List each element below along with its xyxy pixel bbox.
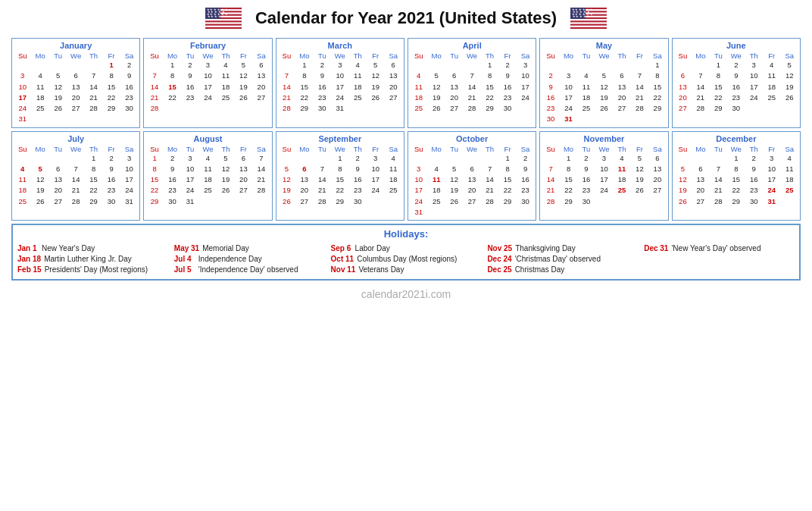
cal-day: 10 (331, 71, 348, 81)
cal-day: 1 (560, 153, 577, 164)
holiday-col: Nov 25Thanksgiving DayDec 24'Christmas D… (487, 244, 638, 276)
cal-day: 31 (763, 196, 780, 207)
holiday-date: Nov 25 (487, 244, 512, 252)
cal-day: 25 (780, 185, 798, 196)
cal-day: 12 (278, 174, 295, 185)
day-header: Su (410, 52, 427, 60)
cal-day (631, 114, 648, 124)
cal-day: 5 (427, 71, 445, 81)
cal-day (120, 114, 139, 124)
cal-day: 25 (613, 185, 630, 196)
cal-day: 27 (463, 196, 480, 207)
cal-day: 20 (252, 82, 270, 92)
day-header: Su (14, 145, 31, 153)
cal-day: 12 (445, 174, 463, 185)
cal-day: 26 (31, 196, 48, 207)
cal-day: 18 (763, 82, 780, 92)
cal-day: 28 (631, 103, 648, 114)
holiday-item: Dec 25Christmas Day (487, 265, 638, 274)
cal-day (31, 60, 48, 71)
day-header: Sa (252, 145, 270, 153)
day-header: Fr (763, 52, 780, 60)
cal-day: 30 (102, 196, 120, 207)
cal-day: 7 (85, 71, 102, 81)
svg-rect-6 (205, 26, 242, 27)
cal-day (613, 114, 630, 124)
cal-day: 23 (102, 185, 120, 196)
month-august: AugustSuMoTuWeThFrSa12345678910111213141… (143, 131, 272, 221)
cal-day: 11 (217, 71, 234, 81)
cal-day: 19 (445, 185, 463, 196)
holiday-name: Veterans Day (358, 265, 404, 274)
month-title: December (674, 134, 798, 143)
month-september: SeptemberSuMoTuWeThFrSa12345678910111213… (276, 131, 404, 221)
cal-day (560, 60, 577, 71)
cal-day: 12 (217, 164, 234, 174)
cal-day: 6 (49, 164, 67, 174)
cal-day: 9 (577, 164, 595, 174)
cal-day (674, 60, 692, 71)
cal-day (613, 60, 630, 71)
cal-day (252, 196, 270, 207)
page-header: ★ ★ ★ ★ ★ ★ ★ ★ ★ ★ ★ ★ ★ ★ ★ ★ ★ ★ ★ ★ … (11, 8, 801, 29)
cal-day (278, 153, 295, 164)
cal-day: 6 (384, 60, 402, 71)
cal-table: SuMoTuWeThFrSa12345678910111213141516171… (14, 145, 138, 207)
cal-day: 30 (164, 196, 181, 207)
cal-day (349, 103, 367, 114)
cal-day: 18 (410, 92, 427, 103)
cal-day: 22 (727, 185, 745, 196)
month-title: February (145, 41, 270, 50)
holiday-name: Columbus Day (Most regions) (357, 255, 457, 263)
day-header: Fr (102, 145, 120, 153)
cal-day: 21 (542, 185, 559, 196)
cal-day: 23 (181, 92, 198, 103)
cal-day: 20 (295, 185, 313, 196)
cal-day: 28 (85, 103, 102, 114)
cal-day: 8 (560, 164, 577, 174)
day-header: Fr (498, 145, 516, 153)
cal-day: 29 (85, 196, 102, 207)
cal-day (481, 207, 498, 218)
cal-day: 11 (427, 174, 445, 185)
cal-day (199, 103, 217, 114)
cal-day: 28 (710, 196, 727, 207)
cal-day: 15 (648, 82, 667, 92)
day-header: Sa (384, 52, 402, 60)
cal-day (67, 153, 84, 164)
cal-day: 12 (674, 174, 692, 185)
cal-day: 14 (145, 82, 163, 92)
holiday-item: Jan 1New Year's Day (17, 244, 168, 252)
day-header: Th (349, 52, 367, 60)
cal-day: 14 (67, 174, 84, 185)
cal-day (577, 114, 595, 124)
cal-day: 2 (102, 153, 120, 164)
cal-day (648, 114, 667, 124)
day-header: Fr (367, 52, 384, 60)
day-header: Tu (49, 52, 67, 60)
svg-rect-18 (570, 26, 607, 27)
cal-day: 11 (613, 164, 630, 174)
cal-day: 8 (145, 164, 163, 174)
cal-day: 19 (631, 174, 648, 185)
holiday-name: Presidents' Day (Most regions) (45, 265, 148, 274)
cal-day (49, 114, 67, 124)
cal-day: 20 (692, 185, 709, 196)
cal-day: 13 (692, 174, 709, 185)
cal-day: 17 (181, 174, 198, 185)
cal-day: 24 (517, 92, 535, 103)
cal-day: 29 (710, 103, 727, 114)
cal-day: 2 (120, 60, 139, 71)
cal-day: 19 (49, 92, 67, 103)
cal-day (517, 207, 535, 218)
cal-day: 1 (710, 60, 727, 71)
day-header: Sa (120, 145, 139, 153)
calendars-row1: JanuarySuMoTuWeThFrSa1234567891011121314… (11, 38, 801, 128)
cal-day: 23 (517, 185, 535, 196)
day-header: Th (613, 145, 630, 153)
cal-day: 15 (727, 174, 745, 185)
cal-day: 22 (710, 92, 727, 103)
footer: calendar2021i.com (11, 288, 801, 303)
holiday-item: May 31Memorial Day (174, 244, 325, 252)
cal-day: 24 (331, 92, 348, 103)
